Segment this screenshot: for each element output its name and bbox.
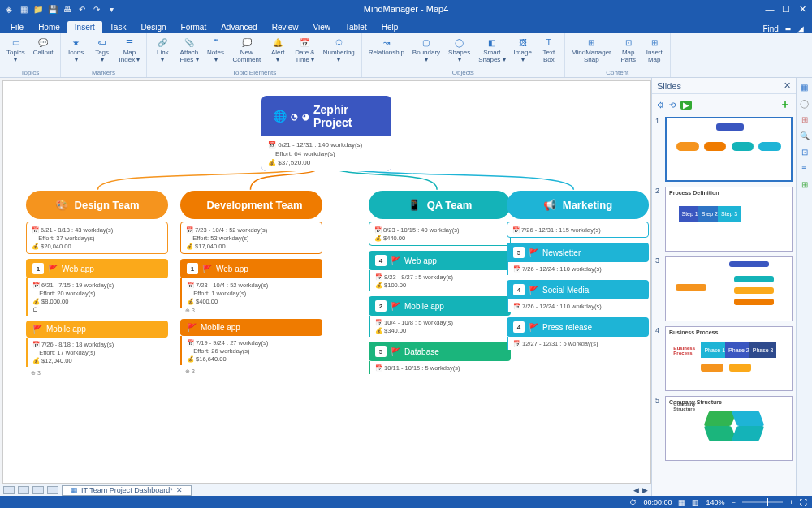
tabstrip-thumb[interactable] [32, 486, 44, 494]
tab-file[interactable]: File [3, 21, 31, 33]
tab-view[interactable]: View [305, 21, 338, 33]
task-node[interactable]: 🚩Mobile app [180, 319, 322, 336]
rail-btn[interactable]: ◯ [799, 99, 810, 110]
ribbon-star-button[interactable]: ★Icons ▾ [64, 35, 89, 65]
qat-more-icon[interactable]: ▾ [106, 3, 117, 15]
ribbon-number-button[interactable]: ①Numbering ▾ [320, 35, 358, 65]
task-dates: 📅 6/21 - 7/15 : 19 workday(s) [32, 281, 163, 289]
close-icon[interactable]: ✕ [796, 4, 809, 15]
task-node[interactable]: 🚩Mobile app [26, 321, 168, 338]
ribbon-topic-button[interactable]: ▭Topics ▾ [3, 35, 28, 65]
zoom-out-icon[interactable]: − [731, 498, 735, 506]
task-node[interactable]: 5🚩Newsletter [507, 243, 649, 262]
ribbon-index-button[interactable]: ☰Map Index ▾ [116, 35, 144, 65]
task-node[interactable]: 4🚩Web app [369, 251, 511, 270]
ribbon-snap-button[interactable]: ⊞MindManager Snap [568, 35, 615, 65]
status-view-icon[interactable]: ▦ [678, 498, 685, 506]
doc-tab-close-icon[interactable]: ✕ [176, 486, 183, 494]
ribbon-rel-button[interactable]: ↝Relationship [365, 35, 408, 58]
slides-refresh-icon[interactable]: ⟲ [669, 101, 676, 110]
slide-thumb[interactable]: 5 Company StructureCompanyStructure [655, 396, 793, 461]
slide-thumb[interactable]: 2 Process Definition Step 1 Step 2 Step … [655, 187, 793, 252]
ribbon-label: Alert ▾ [271, 50, 284, 64]
rail-btn[interactable]: ≡ [799, 164, 810, 175]
zoom-in-icon[interactable]: + [789, 498, 793, 506]
slide-thumb[interactable]: 1 [655, 117, 793, 182]
rail-btn[interactable]: ⊡ [799, 148, 810, 159]
ribbon-text-button[interactable]: TText Box [537, 35, 561, 65]
new-icon[interactable]: ▦ [18, 3, 29, 15]
rail-btn[interactable]: ▦ [799, 83, 810, 94]
maximize-icon[interactable]: ☐ [780, 4, 793, 15]
minimize-icon[interactable]: — [763, 4, 776, 15]
tabstrip-thumb[interactable] [3, 486, 15, 494]
rail-btn[interactable]: 🔍 [799, 131, 810, 143]
tab-format[interactable]: Format [174, 21, 214, 33]
ribbon-shapes-button[interactable]: ◯Shapes ▾ [445, 35, 473, 65]
team-node[interactable]: 📢Marketing📅 7/26 - 12/31 : 115 workday(s… [507, 191, 649, 350]
ribbon-boundary-button[interactable]: ▢Boundary ▾ [409, 35, 443, 65]
task-node[interactable]: 4🚩Social Media [507, 280, 649, 299]
team-node[interactable]: 📱QA Team📅 8/23 - 10/15 : 40 workday(s)💰 … [369, 191, 511, 374]
right-rail: ▦ ◯ ⊞ 🔍 ⊡ ≡ ⊞ [796, 78, 812, 496]
tab-home[interactable]: Home [31, 21, 67, 33]
tab-advanced[interactable]: Advanced [214, 21, 264, 33]
canvas[interactable]: 🌐◔◕ Zephir Project 📅 6/21 - 12/31 : 140 … [2, 80, 651, 484]
slide-thumb[interactable]: 3 [655, 256, 793, 321]
open-icon[interactable]: 📁 [32, 3, 44, 15]
tab-tablet[interactable]: Tablet [338, 21, 374, 33]
team-node[interactable]: 🎨Design Team📅 6/21 - 8/18 : 43 workday(s… [26, 191, 168, 377]
undo-icon[interactable]: ↶ [76, 3, 88, 15]
task-node[interactable]: 1🚩Web app [180, 259, 322, 278]
ribbon-collapse-icon[interactable]: ▪▪ [785, 24, 791, 33]
tabstrip-thumb[interactable] [47, 486, 58, 494]
document-tab[interactable]: ▦ IT Team Project Dashboard* ✕ [62, 485, 192, 496]
tab-task[interactable]: Task [102, 21, 134, 33]
ribbon-notes-button[interactable]: 🗒Notes ▾ [204, 35, 228, 65]
slides-play-icon[interactable]: ▶ [680, 101, 692, 110]
ribbon-image-button[interactable]: 🖼Image ▾ [511, 35, 535, 65]
tabstrip-thumb[interactable] [18, 486, 29, 494]
window-title: MindManager - Map4 [364, 4, 449, 14]
ribbon-alert-button[interactable]: 🔔Alert ▾ [266, 35, 290, 65]
rail-btn[interactable]: ⊞ [799, 115, 810, 127]
ribbon-link-button[interactable]: 🔗Link ▾ [150, 35, 175, 65]
team-effort: Effort: 37 workday(s) [32, 234, 162, 242]
ribbon-tag-button[interactable]: 🏷Tags ▾ [90, 35, 114, 65]
star-icon: ★ [70, 36, 83, 49]
ribbon-attach-button[interactable]: 📎Attach Files ▾ [176, 35, 201, 65]
slides-settings-icon[interactable]: ⚙ [657, 101, 664, 110]
task-cost: 💰 $12,040.00 [32, 356, 163, 364]
slide-thumb[interactable]: 4 Business ProcessBusinessProcess Phase … [655, 326, 793, 391]
ribbon-smart-button[interactable]: ◧Smart Shapes ▾ [475, 35, 508, 65]
status-view-icon[interactable]: ▥ [692, 498, 699, 506]
task-node[interactable]: 2🚩Mobile app [369, 296, 511, 316]
ribbon-pin-icon[interactable]: ◢ [797, 24, 804, 33]
find-button[interactable]: Find [762, 24, 778, 33]
task-node[interactable]: 4🚩Press release [507, 317, 649, 337]
tabstrip-scroll-left-icon[interactable]: ◀ [633, 486, 639, 494]
task-node[interactable]: 1🚩Web app [26, 259, 168, 278]
priority-badge: 1 [187, 263, 198, 274]
ribbon-date-button[interactable]: 📅Date & Time ▾ [292, 35, 317, 65]
team-node[interactable]: Development Team📅 7/23 - 10/4 : 52 workd… [180, 191, 322, 375]
tab-review[interactable]: Review [265, 21, 306, 33]
ribbon-comment-button[interactable]: 💭New Comment [230, 35, 265, 65]
ribbon-callout-button[interactable]: 💬Callout [30, 35, 57, 58]
root-node[interactable]: 🌐◔◕ Zephir Project 📅 6/21 - 12/31 : 140 … [261, 96, 391, 171]
rail-btn[interactable]: ⊞ [799, 180, 810, 192]
tab-insert[interactable]: Insert [67, 21, 102, 33]
tabstrip-scroll-right-icon[interactable]: ▶ [642, 486, 648, 494]
print-icon[interactable]: 🖶 [62, 3, 73, 15]
slides-close-icon[interactable]: ✕ [784, 80, 791, 91]
task-node[interactable]: 5🚩Database [369, 342, 511, 361]
fit-icon[interactable]: ⛶ [800, 498, 807, 506]
slides-add-icon[interactable]: ＋ [780, 97, 791, 112]
tab-design[interactable]: Design [133, 21, 173, 33]
ribbon-parts-button[interactable]: ⊡Map Parts [616, 35, 641, 65]
ribbon-insertmap-button[interactable]: ⊞Insert Map [642, 35, 667, 65]
save-icon[interactable]: 💾 [47, 3, 58, 15]
note-icon[interactable]: 🗒 [32, 305, 163, 313]
redo-icon[interactable]: ↷ [91, 3, 102, 15]
tab-help[interactable]: Help [374, 21, 406, 33]
